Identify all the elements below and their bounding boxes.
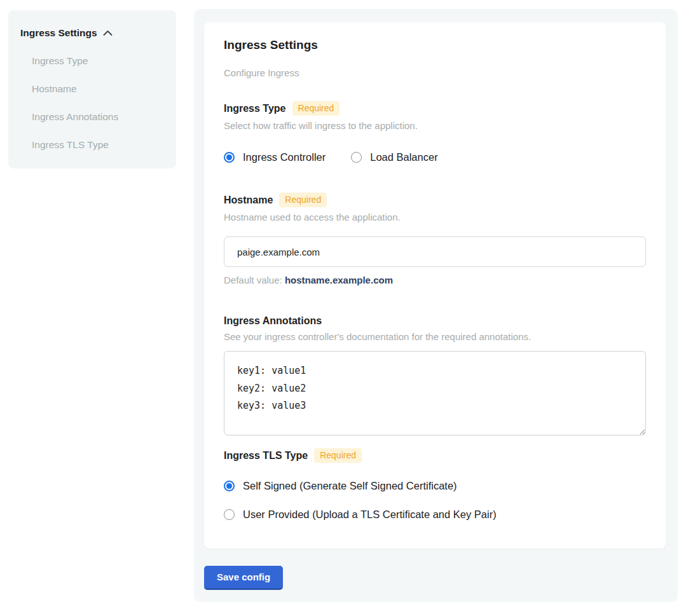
ingress-settings-card: Ingress Settings Configure Ingress Ingre… <box>204 22 666 549</box>
radio-self-signed[interactable]: Self Signed (Generate Self Signed Certif… <box>224 480 646 492</box>
radio-selected-icon <box>224 152 235 163</box>
radio-ingress-controller[interactable]: Ingress Controller <box>224 151 326 163</box>
sidebar-list: Ingress Type Hostname Ingress Annotation… <box>20 55 164 151</box>
page-subtitle: Configure Ingress <box>224 67 646 78</box>
page-title: Ingress Settings <box>224 38 646 52</box>
default-value-label: Default value: <box>224 275 282 285</box>
save-config-button[interactable]: Save config <box>204 566 283 590</box>
annotations-label: Ingress Annotations <box>224 315 322 327</box>
hostname-input[interactable] <box>224 236 646 267</box>
ingress-type-label: Ingress Type <box>224 103 286 114</box>
section-ingress-annotations: Ingress Annotations See your ingress con… <box>224 315 646 435</box>
required-badge: Required <box>314 448 362 463</box>
main-panel: Ingress Settings Configure Ingress Ingre… <box>194 9 678 602</box>
tls-type-label: Ingress TLS Type <box>224 450 308 462</box>
tls-type-options: Self Signed (Generate Self Signed Certif… <box>224 480 646 521</box>
section-hostname: Hostname Required Hostname used to acces… <box>224 193 646 285</box>
ingress-type-description: Select how traffic will ingress to the a… <box>224 120 646 131</box>
ingress-type-options: Ingress Controller Load Balancer <box>224 151 646 163</box>
radio-label: Ingress Controller <box>243 151 326 163</box>
hostname-label: Hostname <box>224 195 273 206</box>
section-ingress-tls-type: Ingress TLS Type Required Self Signed (G… <box>224 448 646 521</box>
sidebar-item-ingress-annotations[interactable]: Ingress Annotations <box>32 111 164 123</box>
sidebar-group-label: Ingress Settings <box>20 27 97 39</box>
annotations-description: See your ingress controller's documentat… <box>224 331 646 342</box>
required-badge: Required <box>279 193 327 207</box>
radio-load-balancer[interactable]: Load Balancer <box>351 151 437 163</box>
radio-label: User Provided (Upload a TLS Certificate … <box>243 509 497 521</box>
default-value-text: hostname.example.com <box>285 275 393 285</box>
radio-user-provided[interactable]: User Provided (Upload a TLS Certificate … <box>224 509 646 521</box>
section-ingress-type: Ingress Type Required Select how traffic… <box>224 101 646 163</box>
radio-label: Load Balancer <box>370 151 437 163</box>
radio-unselected-icon <box>351 152 362 163</box>
radio-selected-icon <box>224 481 235 491</box>
sidebar: Ingress Settings Ingress Type Hostname I… <box>8 10 176 168</box>
sidebar-item-ingress-tls-type[interactable]: Ingress TLS Type <box>32 139 164 151</box>
hostname-description: Hostname used to access the application. <box>224 212 646 222</box>
annotations-textarea[interactable]: key1: value1 key2: value2 key3: value3 <box>224 351 646 435</box>
hostname-default-value: Default value: hostname.example.com <box>224 275 646 285</box>
required-badge: Required <box>292 101 340 116</box>
page: Ingress Settings Ingress Type Hostname I… <box>0 0 693 616</box>
radio-unselected-icon <box>224 509 235 520</box>
radio-label: Self Signed (Generate Self Signed Certif… <box>243 480 457 492</box>
chevron-up-icon <box>103 30 113 36</box>
sidebar-item-hostname[interactable]: Hostname <box>32 83 164 95</box>
sidebar-item-ingress-type[interactable]: Ingress Type <box>32 55 164 67</box>
sidebar-group-ingress-settings[interactable]: Ingress Settings <box>20 27 164 39</box>
